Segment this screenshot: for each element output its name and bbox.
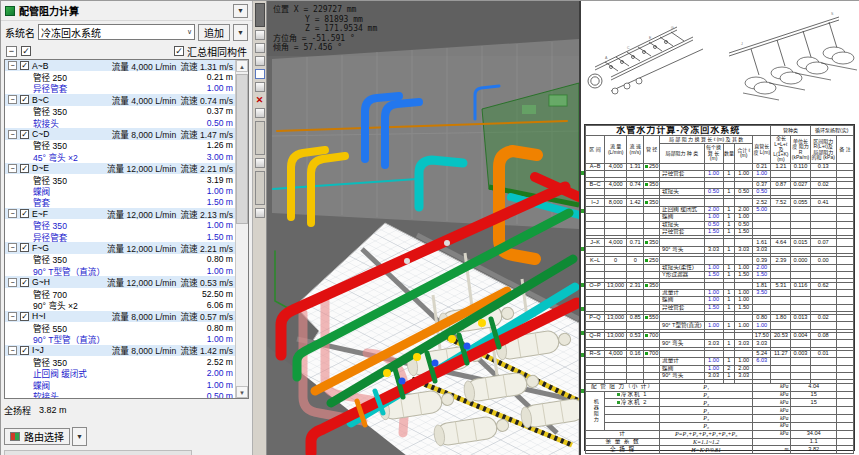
dock-tab-icon[interactable]	[255, 43, 265, 53]
collapse-icon[interactable]: −	[8, 209, 17, 218]
dock-handle[interactable]	[255, 3, 265, 27]
tree-item-row[interactable]: 管径 2500.21 m	[5, 71, 235, 82]
dock-vertical-tab[interactable]	[255, 121, 265, 155]
tree-item-row[interactable]: 45° 弯头 ×23.00 m	[5, 151, 235, 162]
calc-cell: 3.03	[704, 340, 723, 347]
dock-tab-icon[interactable]	[255, 56, 265, 66]
tree-item-row[interactable]: 管径 3502.52 m	[5, 356, 235, 367]
summary-note	[836, 430, 853, 438]
tree-item-row[interactable]: 管径 3501.00 m	[5, 219, 235, 230]
tree-item-row[interactable]: 管径 3503.19 m	[5, 174, 235, 185]
dock-tab-selected-icon[interactable]	[255, 69, 265, 79]
item-label: 90° T型管（直流）	[5, 265, 207, 277]
section-checkbox[interactable]: ✓	[20, 61, 29, 70]
calc-cell	[771, 322, 791, 329]
tree-section-row[interactable]: −✓I~J流量 8,000 L/min 流速 1.42 m/s	[5, 345, 235, 356]
scroll-thumb[interactable]	[236, 74, 248, 224]
tree-item-row[interactable]: 90° T型管（直流）1.00 m	[5, 265, 235, 276]
collapse-icon[interactable]: −	[8, 95, 17, 104]
scroll-up-button[interactable]: ▲	[236, 60, 248, 72]
section-label: H~I	[32, 311, 46, 321]
panel-menu-button[interactable]: ▼	[233, 4, 248, 18]
summarize-checkbox[interactable]: ✓	[174, 46, 184, 56]
tree-section-row[interactable]: −✓D~E流量 12,000 L/min 流速 2.21 m/s	[5, 163, 235, 174]
tree-section-row[interactable]: −✓F~G流量 12,000 L/min 流速 2.21 m/s	[5, 242, 235, 253]
tree-section-row[interactable]: −✓E~F流量 12,000 L/min 流速 2.13 m/s	[5, 208, 235, 219]
dock-vertical-tab[interactable]	[255, 171, 265, 205]
tree-item-row[interactable]: 管径 70052.50 m	[5, 288, 235, 299]
check-all-checkbox[interactable]: ✓	[21, 46, 31, 56]
tree-section-row[interactable]: −✓C~D流量 8,000 L/min 流速 1.47 m/s	[5, 128, 235, 139]
calc-cell	[810, 171, 836, 178]
tree-item-row[interactable]: 软接头0.50 m	[5, 390, 235, 398]
calc-cell	[644, 340, 660, 347]
collapse-icon[interactable]: −	[8, 346, 17, 355]
tree-section-row[interactable]: −✓B~C流量 4,000 L/min 流速 0.74 m/s	[5, 94, 235, 105]
route-select-button[interactable]: 路由选择	[4, 428, 70, 445]
calc-cell: 1.00	[704, 297, 723, 304]
total-head-row: 全扬程 3.82 m	[4, 402, 249, 418]
collapse-icon[interactable]: −	[8, 130, 17, 139]
tree-section-row[interactable]: −✓G~H流量 12,000 L/min 流速 0.53 m/s	[5, 276, 235, 287]
section-checkbox[interactable]: ✓	[20, 130, 29, 139]
tree-item-row[interactable]: 90° T型管（直流）1.00 m	[5, 333, 235, 344]
calc-cell: 90° 弯头	[660, 372, 704, 379]
tree-section-row[interactable]: −✓A~B流量 4,000 L/min 流速 1.31 m/s	[5, 60, 235, 71]
section-checkbox[interactable]: ✓	[20, 278, 29, 287]
tree-item-row[interactable]: 蝶阀1.00 m	[5, 185, 235, 196]
tree-item-row[interactable]: 止回阀 缓闭式2.00 m	[5, 368, 235, 379]
add-dropdown-button[interactable]: ▼	[233, 24, 248, 41]
scroll-down-button[interactable]: ▼	[236, 386, 248, 398]
scroll-track[interactable]	[236, 72, 248, 386]
tree-item-row[interactable]: 管套1.50 m	[5, 197, 235, 208]
viewport-3d[interactable]: 位置 X = 229727 mm Y = 81893 mm Z = 171.95…	[267, 1, 579, 455]
item-value: 0.80 m	[207, 323, 233, 333]
add-button[interactable]: 追加	[198, 24, 230, 41]
calc-cell: 1	[723, 340, 735, 347]
svg-text:G: G	[671, 26, 674, 30]
calc-cell	[771, 264, 791, 271]
close-icon[interactable]: ✕	[255, 95, 265, 105]
dock-tab-icon[interactable]	[255, 30, 265, 40]
scene-3d[interactable]	[267, 1, 579, 455]
cropped-toolbar	[4, 450, 192, 455]
tree-item-row[interactable]: 蝶阀1.00 m	[5, 379, 235, 390]
section-info: 流量 12,000 L/min 流速 2.21 m/s	[49, 242, 233, 254]
section-checkbox[interactable]: ✓	[20, 346, 29, 355]
calc-cell	[791, 214, 810, 221]
summary-note	[836, 407, 853, 415]
tree-section-row[interactable]: −✓H~I流量 8,000 L/min 流速 0.57 m/s	[5, 311, 235, 322]
calc-cell	[644, 289, 660, 296]
collapse-icon[interactable]: −	[8, 61, 17, 70]
tree-item-row[interactable]: 90° 弯头 ×26.06 m	[5, 299, 235, 310]
calc-cell	[605, 271, 627, 278]
collapse-icon[interactable]: −	[8, 278, 17, 287]
route-dropdown-button[interactable]: ▼	[72, 427, 87, 446]
tree-item-row[interactable]: 管径 3500.80 m	[5, 254, 235, 265]
section-checkbox[interactable]: ✓	[20, 243, 29, 252]
section-checkbox[interactable]: ✓	[20, 312, 29, 321]
collapse-icon[interactable]: −	[8, 164, 17, 173]
collapse-icon[interactable]: −	[8, 312, 17, 321]
calc-cell	[810, 340, 836, 347]
tree-item-row[interactable]: 软接头0.50 m	[5, 117, 235, 128]
system-name-combobox[interactable]: 冷冻回水系统 ∨	[38, 24, 195, 40]
tree-item-row[interactable]: 异径管套1.50 m	[5, 231, 235, 242]
summary-formula: P₄	[660, 407, 753, 415]
dock-tab-icon[interactable]	[255, 82, 265, 92]
section-checkbox[interactable]: ✓	[20, 95, 29, 104]
tree-scrollbar[interactable]: ▲ ▼	[235, 60, 248, 398]
dock-tab-icon[interactable]	[255, 158, 265, 168]
calc-cell	[723, 163, 735, 170]
tree-item-row[interactable]: 管径 3500.37 m	[5, 106, 235, 117]
section-checkbox[interactable]: ✓	[20, 209, 29, 218]
tree-item-row[interactable]: 异径管套1.00 m	[5, 83, 235, 94]
tree-item-row[interactable]: 管径 3501.26 m	[5, 140, 235, 151]
segment-tree[interactable]: −✓A~B流量 4,000 L/min 流速 1.31 m/s管径 2500.2…	[5, 60, 235, 398]
dock-tab-icon[interactable]	[255, 208, 265, 218]
collapse-icon[interactable]: −	[8, 243, 17, 252]
dock-tab-icon[interactable]	[255, 108, 265, 118]
collapse-all-button[interactable]: −	[6, 46, 17, 57]
section-checkbox[interactable]: ✓	[20, 164, 29, 173]
tree-item-row[interactable]: 管径 5500.80 m	[5, 322, 235, 333]
